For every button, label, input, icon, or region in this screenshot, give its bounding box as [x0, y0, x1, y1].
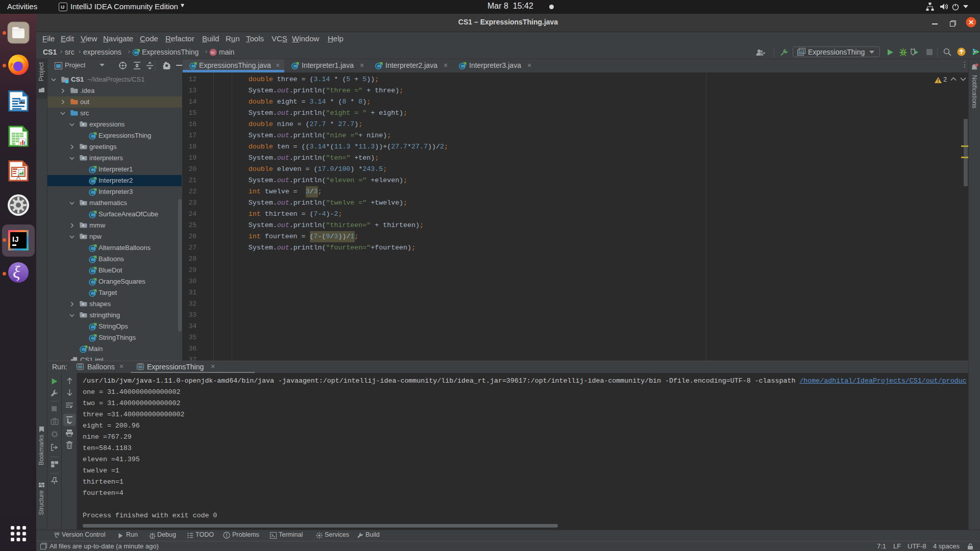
svg-text:IJ: IJ: [61, 5, 64, 10]
svg-text:IJ: IJ: [12, 235, 19, 243]
svg-text:ξ: ξ: [13, 263, 20, 282]
svg-text:m: m: [211, 50, 215, 55]
svg-text:!: !: [937, 78, 939, 84]
